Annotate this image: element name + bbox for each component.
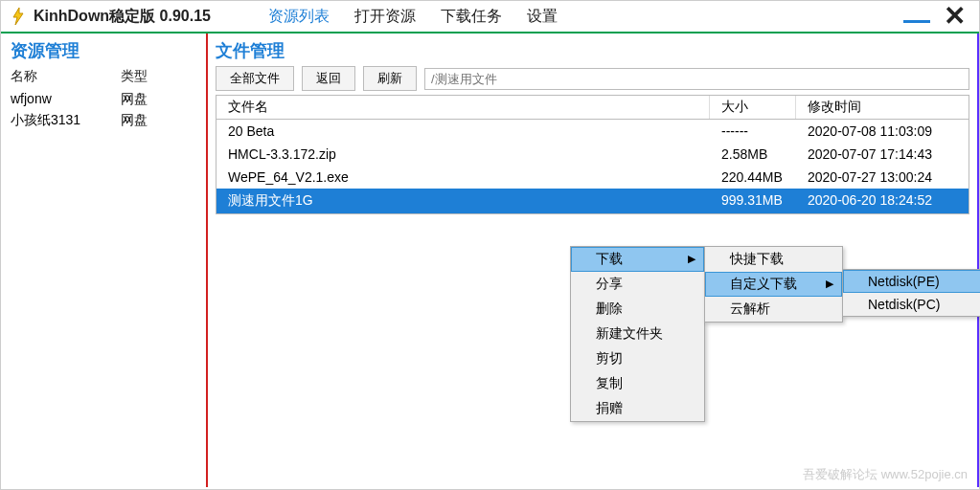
col-header-name: 名称 [11,68,121,85]
back-button[interactable]: 返回 [302,66,355,91]
context-submenu-custom: Netdisk(PE) Netdisk(PC) [842,269,980,317]
file-row[interactable]: 测速用文件1G 999.31MB 2020-06-20 18:24:52 [217,189,969,213]
nav-open-resource[interactable]: 打开资源 [354,7,416,27]
file-table: 文件名 大小 修改时间 20 Beta ------ 2020-07-08 11… [216,95,969,214]
watermark: 吾爱破解论坛 www.52pojie.cn [803,466,968,483]
file-time: 2020-07-27 13:00:24 [796,167,969,187]
sidebar-title: 资源管理 [11,39,196,62]
menu-custom-download[interactable]: 自定义下载 ▶ [705,272,842,297]
file-row[interactable]: 20 Beta ------ 2020-07-08 11:03:09 [217,120,969,143]
path-input[interactable] [424,68,969,90]
refresh-button[interactable]: 刷新 [363,66,417,91]
toolbar: 全部文件 返回 刷新 [216,66,969,91]
submenu-arrow-icon: ▶ [688,253,695,265]
nav-resource-list[interactable]: 资源列表 [268,7,330,27]
file-name: WePE_64_V2.1.exe [217,167,710,187]
titlebar: KinhDown稳定版 0.90.15 资源列表 打开资源 下载任务 设置 ✕ [1,1,979,33]
nav-settings[interactable]: 设置 [527,7,558,27]
resource-type: 网盘 [121,91,196,108]
col-header-filename[interactable]: 文件名 [217,96,710,119]
app-title: KinhDown稳定版 0.90.15 [34,7,211,27]
resource-row[interactable]: 小孩纸3131 网盘 [11,110,196,131]
menu-label: 下载 [596,251,623,266]
menu-quick-download[interactable]: 快捷下载 [705,247,842,272]
file-time: 2020-06-20 18:24:52 [796,190,969,212]
app-window: KinhDown稳定版 0.90.15 资源列表 打开资源 下载任务 设置 ✕ … [0,0,980,490]
file-name: HMCL-3.3.172.zip [217,145,710,164]
context-menu: 下载 ▶ 分享 删除 新建文件夹 剪切 复制 捐赠 [570,246,705,422]
file-size: 2.58MB [710,145,796,164]
context-submenu-download: 快捷下载 自定义下载 ▶ 云解析 [704,246,843,323]
resource-name: wfjonw [11,91,121,108]
resource-type: 网盘 [121,112,196,129]
menu-share[interactable]: 分享 [571,272,704,297]
resource-table-header: 名称 类型 [11,68,196,85]
sidebar: 资源管理 名称 类型 wfjonw 网盘 小孩纸3131 网盘 [1,33,208,487]
app-icon [9,5,28,28]
close-button[interactable]: ✕ [938,6,971,27]
all-files-button[interactable]: 全部文件 [216,66,294,91]
resource-name: 小孩纸3131 [11,112,121,129]
menu-cloud-parse[interactable]: 云解析 [705,297,842,322]
file-size: 220.44MB [710,167,796,187]
col-header-size[interactable]: 大小 [710,96,796,119]
file-row[interactable]: WePE_64_V2.1.exe 220.44MB 2020-07-27 13:… [217,166,969,189]
file-size: ------ [710,122,796,141]
col-header-time[interactable]: 修改时间 [796,96,969,119]
col-header-type: 类型 [121,68,196,85]
file-row[interactable]: HMCL-3.3.172.zip 2.58MB 2020-07-07 17:14… [217,143,969,166]
minimize-button[interactable] [903,19,930,23]
menu-netdisk-pc[interactable]: Netdisk(PC) [843,293,980,316]
main-nav: 资源列表 打开资源 下载任务 设置 [268,7,558,27]
menu-label: 自定义下载 [730,276,797,291]
menu-delete[interactable]: 删除 [571,297,704,322]
main-panel: 文件管理 全部文件 返回 刷新 文件名 大小 修改时间 20 Beta ----… [208,33,979,487]
menu-donate[interactable]: 捐赠 [571,396,704,421]
file-size: 999.31MB [710,190,796,212]
file-time: 2020-07-08 11:03:09 [796,122,969,141]
menu-cut[interactable]: 剪切 [571,346,704,371]
menu-netdisk-pe[interactable]: Netdisk(PE) [843,270,980,293]
file-table-header: 文件名 大小 修改时间 [217,96,969,120]
nav-download-tasks[interactable]: 下载任务 [441,7,502,27]
menu-copy[interactable]: 复制 [571,371,704,396]
window-controls: ✕ [903,6,971,27]
file-manager-title: 文件管理 [216,39,969,62]
menu-download[interactable]: 下载 ▶ [571,247,704,272]
menu-new-folder[interactable]: 新建文件夹 [571,322,704,346]
file-time: 2020-07-07 17:14:43 [796,145,969,164]
file-name: 测速用文件1G [217,190,710,212]
app-body: 资源管理 名称 类型 wfjonw 网盘 小孩纸3131 网盘 文件管理 全部文 [1,33,979,487]
file-name: 20 Beta [217,122,710,141]
submenu-arrow-icon: ▶ [826,278,833,290]
resource-row[interactable]: wfjonw 网盘 [11,89,196,110]
resource-table: 名称 类型 wfjonw 网盘 小孩纸3131 网盘 [11,68,196,131]
